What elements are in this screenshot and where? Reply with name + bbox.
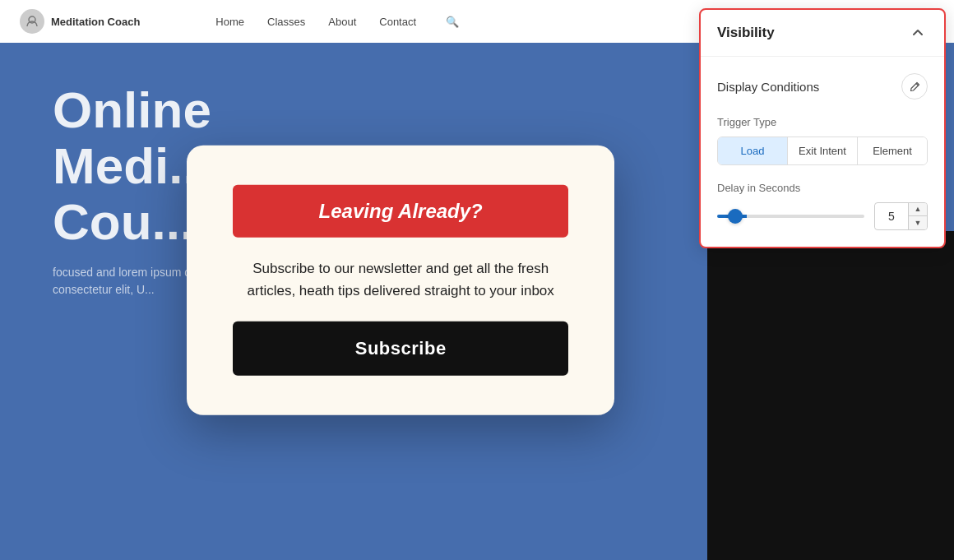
display-conditions-row: Display Conditions <box>717 73 928 100</box>
edit-display-conditions-button[interactable] <box>901 73 928 100</box>
panel-title: Visibility <box>717 25 775 41</box>
popup-modal: Leaving Already? Subscribe to our newsle… <box>187 145 614 414</box>
delay-increment-button[interactable]: ▲ <box>909 203 927 216</box>
trigger-type-label: Trigger Type <box>717 116 928 128</box>
delay-decrement-button[interactable]: ▼ <box>909 216 927 229</box>
dark-background <box>707 231 954 560</box>
delay-control: ▲ ▼ <box>717 202 928 230</box>
delay-value-container: ▲ ▼ <box>874 202 928 230</box>
delay-spinners: ▲ ▼ <box>908 203 927 229</box>
nav-contact[interactable]: Contact <box>379 16 416 28</box>
search-icon[interactable]: 🔍 <box>446 16 459 28</box>
nav-about[interactable]: About <box>328 16 356 28</box>
delay-section: Delay in Seconds ▲ ▼ <box>717 182 928 230</box>
collapse-icon[interactable] <box>908 23 928 43</box>
popup-heading[interactable]: Leaving Already? <box>233 184 568 237</box>
delay-slider[interactable] <box>717 215 864 218</box>
delay-slider-container <box>717 208 864 224</box>
delay-value-input[interactable] <box>875 205 908 228</box>
trigger-load-button[interactable]: Load <box>718 137 788 164</box>
panel-body: Display Conditions Trigger Type Load Exi… <box>701 57 944 247</box>
visibility-panel: Visibility Display Conditions Trigger Ty… <box>699 8 946 248</box>
subscribe-button[interactable]: Subscribe <box>233 322 568 376</box>
logo-icon <box>20 9 44 34</box>
trigger-exit-intent-button[interactable]: Exit Intent <box>788 137 858 164</box>
trigger-buttons: Load Exit Intent Element <box>717 137 928 165</box>
nav-classes[interactable]: Classes <box>267 16 305 28</box>
delay-label: Delay in Seconds <box>717 182 928 194</box>
nav-home[interactable]: Home <box>215 16 244 28</box>
trigger-element-button[interactable]: Element <box>858 137 927 164</box>
popup-description: Subscribe to our newsletter and get all … <box>233 257 568 301</box>
website-logo: Meditation Coach <box>20 9 140 34</box>
trigger-type-section: Trigger Type Load Exit Intent Element <box>717 116 928 165</box>
display-conditions-label: Display Conditions <box>717 80 819 94</box>
logo-text: Meditation Coach <box>51 16 140 28</box>
pencil-icon <box>910 81 920 92</box>
panel-header: Visibility <box>701 10 944 57</box>
